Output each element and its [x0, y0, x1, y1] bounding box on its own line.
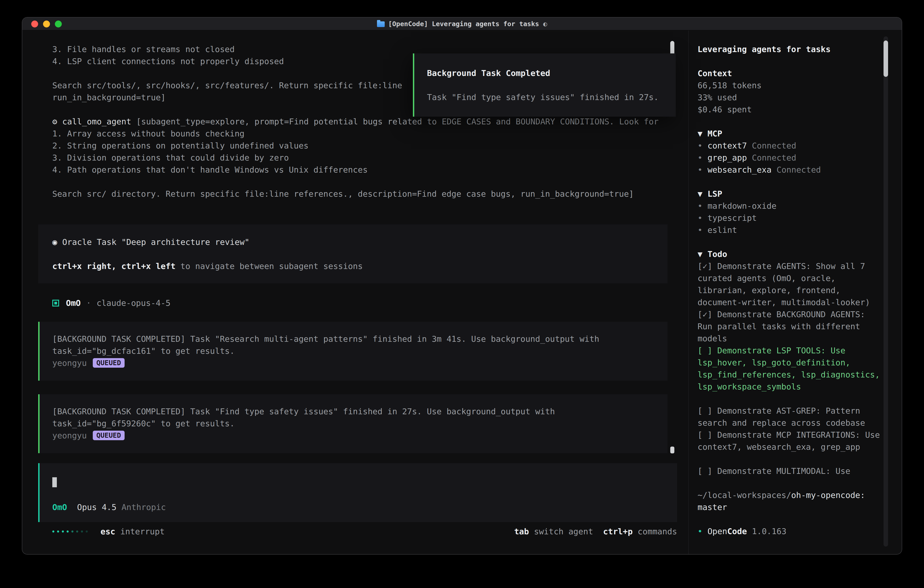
input-model-name: Opus 4.5	[77, 502, 116, 512]
zoom-button[interactable]	[55, 20, 62, 28]
bullet-icon: •	[698, 213, 703, 223]
titlebar: [OpenCode] Leveraging agents for tasks ◐	[22, 18, 902, 30]
tool-call-args: [subagent_type=explore, prompt=Find pote…	[136, 117, 658, 126]
terminal-line: 3. Division operations that could divide…	[52, 152, 673, 164]
task-user: yeongyu	[52, 358, 87, 368]
input-agent-name: OmO	[52, 502, 67, 512]
window-title-text: [OpenCode] Leveraging agents for tasks	[388, 20, 539, 28]
oracle-task-panel[interactable]: ◉Oracle Task "Deep architecture review" …	[38, 225, 668, 283]
bullet-icon: •	[698, 201, 703, 211]
background-task-notification: Background Task Completed Task "Find typ…	[413, 53, 676, 117]
workspace-path: ~/local-workspaces/oh-my-opencode:	[698, 489, 882, 501]
status-bar: esc interrupt tab switch agent ctrl+p co…	[52, 525, 677, 537]
blank-line	[427, 79, 676, 91]
sidebar-content: Leveraging agents for tasks Context 66,5…	[698, 43, 882, 537]
sidebar-scrollbar-track[interactable]	[884, 36, 888, 547]
sidebar-scrollbar-thumb[interactable]	[884, 40, 888, 77]
statusbar-left: esc interrupt	[52, 527, 165, 536]
bullet-icon: •	[698, 527, 703, 536]
minimize-button[interactable]	[43, 20, 50, 28]
bullet-icon: •	[698, 141, 703, 150]
status-badge: QUEUED	[93, 431, 125, 440]
agent-session-header[interactable]: OmO · claude-opus-4-5	[52, 297, 170, 309]
todo-item-pending: [ ] Demonstrate MCP INTEGRATIONS: Use co…	[698, 429, 882, 453]
terminal-line: 4. Path operations that don't handle Win…	[52, 164, 673, 176]
session-title: Leveraging agents for tasks	[698, 43, 882, 55]
text-cursor	[52, 477, 57, 487]
todo-item-done: [✓] Demonstrate BACKGROUND AGENTS: Run p…	[698, 308, 882, 345]
navigation-hint: ctrl+x right, ctrl+x left to navigate be…	[52, 260, 668, 272]
todo-item-done: [✓] Demonstrate AGENTS: Show all 7 curat…	[698, 260, 882, 308]
window-title: [OpenCode] Leveraging agents for tasks ◐	[377, 20, 547, 28]
background-task-message: [BACKGROUND TASK COMPLETED] Task "Find t…	[38, 394, 668, 453]
blank-line	[698, 236, 882, 248]
git-branch: master	[698, 501, 882, 513]
mcp-section-header[interactable]: ▼MCP	[698, 127, 882, 140]
spinner-dots-icon	[52, 530, 91, 532]
commands-label: commands	[638, 527, 677, 536]
task-message-text: [BACKGROUND TASK COMPLETED] Task "Resear…	[52, 333, 663, 357]
bullet-icon: •	[698, 225, 703, 235]
ctrlp-key-hint: ctrl+p	[603, 527, 633, 536]
status-badge: QUEUED	[93, 358, 125, 368]
gear-icon: ⚙	[52, 117, 57, 126]
blank-line	[698, 55, 882, 67]
context-heading: Context	[698, 67, 882, 79]
agent-model: claude-opus-4-5	[97, 298, 170, 308]
interrupt-label: interrupt	[120, 527, 165, 536]
mcp-item: •websearch_exaConnected	[698, 164, 882, 176]
close-button[interactable]	[31, 20, 38, 28]
fisheye-icon: ◉	[52, 237, 57, 247]
folder-icon	[377, 21, 385, 27]
context-tokens: 66,518 tokens	[698, 79, 882, 91]
terminal-window: [OpenCode] Leveraging agents for tasks ◐…	[22, 17, 902, 555]
oracle-task-title: ◉Oracle Task "Deep architecture review"	[52, 236, 668, 248]
blank-line	[52, 248, 668, 260]
main-scrollbar-marker[interactable]	[670, 447, 674, 453]
todo-item-pending: [ ] Demonstrate MULTIMODAL: Use	[698, 465, 882, 477]
blank-line	[698, 176, 882, 188]
collapse-triangle-icon: ▼	[698, 189, 703, 198]
terminal-line: 2. String operations on potentially unde…	[52, 140, 673, 152]
todo-section-header[interactable]: ▼Todo	[698, 248, 882, 260]
mcp-item: •grep_appConnected	[698, 152, 882, 164]
context-used: 33% used	[698, 91, 882, 104]
input-provider-name: Anthropic	[121, 502, 166, 512]
terminal-line: Search src/ directory. Return specific f…	[52, 188, 673, 200]
lsp-section-header[interactable]: ▼LSP	[698, 188, 882, 200]
notification-body: Task "Find type safety issues" finished …	[427, 91, 676, 103]
blank-line	[52, 176, 673, 188]
session-sidebar[interactable]: Leveraging agents for tasks Context 66,5…	[689, 30, 902, 555]
task-message-meta: yeongyuQUEUED	[52, 357, 663, 369]
todo-item-pending: [ ] Demonstrate AST-GREP: Pattern search…	[698, 405, 882, 429]
task-message-meta: yeongyuQUEUED	[52, 429, 663, 441]
agent-name: OmO	[66, 298, 81, 308]
prompt-input[interactable]: OmOOpus 4.5Anthropic	[38, 463, 677, 522]
lsp-item: •markdown-oxide	[698, 200, 882, 212]
task-message-text: [BACKGROUND TASK COMPLETED] Task "Find t…	[52, 405, 663, 429]
terminal-line: 1. Array access without bounds checking	[52, 127, 673, 140]
window-controls	[31, 20, 67, 28]
input-model-info: OmOOpus 4.5Anthropic	[52, 501, 166, 513]
todo-item-active: [ ] Demonstrate LSP TOOLS: Use lsp_hover…	[698, 345, 882, 393]
switch-agent-label: switch agent	[534, 527, 593, 536]
esc-key-hint: esc	[101, 527, 115, 536]
tool-call-name: call_omo_agent	[62, 117, 131, 126]
separator-dot: ·	[86, 298, 91, 308]
bullet-icon: •	[698, 165, 703, 174]
mcp-item: •context7Connected	[698, 140, 882, 152]
collapse-triangle-icon: ▼	[698, 249, 703, 259]
app-version: •OpenCode1.0.163	[698, 525, 882, 537]
tab-key-hint: tab	[514, 527, 529, 536]
collapse-triangle-icon: ▼	[698, 129, 703, 138]
task-user: yeongyu	[52, 431, 87, 440]
omo-agent-icon	[52, 300, 59, 307]
lsp-item: •typescript	[698, 212, 882, 224]
context-spent: $0.46 spent	[698, 104, 882, 116]
recording-indicator-icon: ◐	[543, 20, 547, 28]
notification-title: Background Task Completed	[427, 67, 676, 79]
statusbar-right: tab switch agent ctrl+p commands	[514, 527, 677, 536]
lsp-item: •eslint	[698, 224, 882, 236]
background-task-message: [BACKGROUND TASK COMPLETED] Task "Resear…	[38, 322, 668, 381]
conversation-pane[interactable]: 3. File handles or streams not closed 4.…	[22, 30, 688, 555]
